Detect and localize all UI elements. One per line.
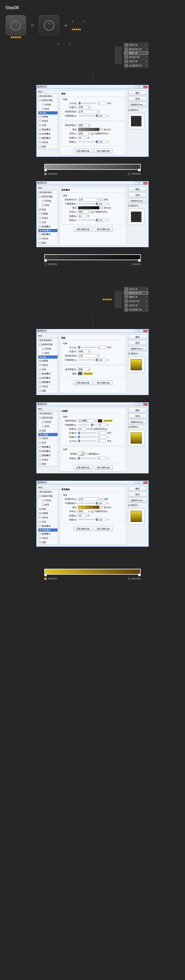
equation-row: = + [5,15,180,36]
tool-palette[interactable] [114,46,122,64]
new-style-button[interactable]: 新建样式(W)... [128,102,147,107]
ellipse-tool-icon [125,52,128,55]
gradient-bar-3 [44,569,141,574]
stroke-color-chip[interactable] [78,372,82,375]
ok-button[interactable]: 确定 [128,91,147,95]
scale-input[interactable]: 100 [98,140,106,143]
swatch-g3b: #644200 [128,577,141,580]
result-icon [5,15,26,36]
layer-style-dialog-gradoverlay-yellow: 图层样式 样式 混合选项:默认 斜面和浮雕 等高线 纹理 描边 内阴影 内发光 … [36,480,149,547]
contour-picker[interactable] [78,452,84,456]
rounded-rect-tool-icon [125,48,128,51]
align-checkbox[interactable] [92,133,93,135]
gradstyle-select[interactable]: 线性 [78,132,90,135]
layer-style-dialog-innershadow: 图层样式 样式 混合选项:默认 斜面和浮雕 等高线 纹理 描边 内阴影 内发光 … [36,402,149,474]
reverse-checkbox[interactable] [101,128,103,130]
line-tool-icon [125,60,128,63]
refresh-arrow-icon [10,20,21,31]
shape-tool-flyout-wrap: 矩形工具U 圆角矩形工具U 椭圆工具U 多边形工具U 直线工具U 自定形状工具U [114,42,149,68]
filltype-select[interactable]: 渐变 [78,124,90,127]
opacity-input[interactable]: 100 [98,114,106,118]
win-max[interactable] [139,86,143,88]
gradient-bar-2 [44,254,141,260]
layer-style-dialog-stroke: 图层样式 样式 混合选项:默认 斜面和浮雕 等高线 纹理 描边 内阴影 内发光 … [36,85,149,157]
angle-input[interactable]: 90 [78,136,86,139]
equals-symbol: = [31,22,34,29]
base-icon [39,15,60,36]
reset-default-button[interactable]: 复位为默认值 [94,148,113,153]
win-min[interactable] [134,86,138,88]
preview-checkbox[interactable] [128,109,130,111]
size-input[interactable]: 2 [98,102,106,105]
refresh-arrow-icon [44,20,55,31]
swatch-g1a: #929292 [44,172,57,175]
scale-slider[interactable] [78,141,97,142]
blend-select[interactable]: 正常 [78,110,100,113]
shape-tool-flyout[interactable]: 矩形工具U 圆角矩形工具U 椭圆工具U 多边形工具U 直线工具U 自定形状工具U [123,42,149,68]
size-slider[interactable] [78,103,97,104]
position-select[interactable]: 外部 [78,106,90,109]
layer-style-dialog-gradoverlay: 图层样式 样式 混合选项:默认 斜面和浮雕 等高线 纹理 描边 内阴影 内发光 … [36,181,149,247]
swatch-g1b: #3b3b3b [128,172,141,175]
preview-thumbnail [128,113,144,129]
gradient-bar-1 [44,164,141,170]
shadow-color-chip[interactable] [98,419,102,423]
plus-symbol: + [64,22,68,29]
swatch-g2b: #0c0c0c [128,263,141,266]
make-default-button[interactable]: 设置为默认值 [74,148,92,153]
step-heading: Step08 [5,5,180,10]
swatch-g3a: #e5c511 [44,577,57,580]
gradient-picker[interactable] [78,128,100,131]
rectangle-tool-icon [125,43,128,46]
dialog-title: 图层样式 [37,85,47,89]
cancel-button[interactable]: 取消 [128,96,147,101]
orange-bar-2 [103,299,111,300]
polygon-tool-icon [125,55,128,59]
shape-tool-flyout-2[interactable]: 矩形工具U 圆角矩形工具U 椭圆工具U 多边形工具U 直线工具U 自定形状工具U [123,286,149,312]
swatch-g2a: #353535 [44,263,57,266]
custom-shape-tool-icon [125,64,128,67]
hex-annotation: #606060 [84,372,93,375]
rivets-top [72,21,85,22]
layer-style-dialog-stroke2: 图层样式 样式 混合选项:默认 斜面和浮雕 等高线 纹理 描边 内阴影 内发光 … [36,329,149,395]
win-close[interactable] [143,86,148,88]
tool-palette-2[interactable] [114,290,122,309]
style-list: 样式 混合选项:默认 斜面和浮雕 等高线 纹理 描边 内阴影 内发光 光泽 颜色… [38,91,58,155]
orange-bar [72,29,85,30]
stroke-panel: 描边 结构 大小(S):2像素 位置(P):外部 混合模式(B):正常 不透明度… [60,91,127,155]
opacity-slider[interactable] [78,115,97,116]
